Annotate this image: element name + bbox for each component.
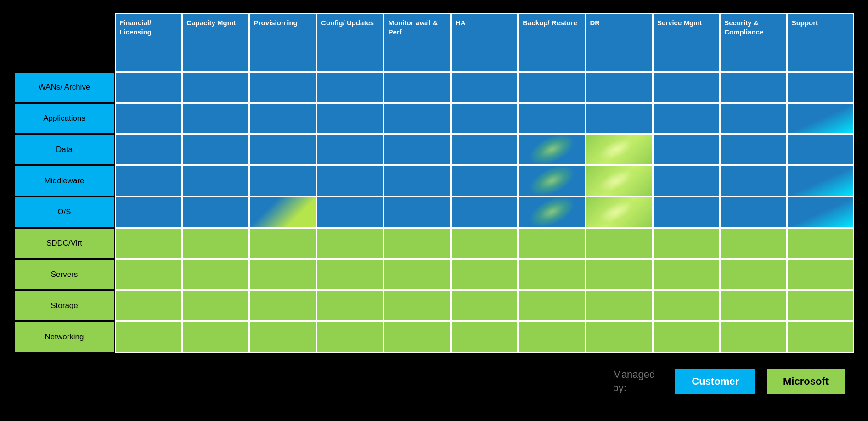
sidebar-item-storage: Storage [14, 290, 115, 321]
cell-4-8 [653, 196, 720, 228]
cell-6-1 [182, 259, 249, 290]
cell-7-7 [586, 290, 653, 321]
header-cell-4: Monitor avail & Perf [383, 13, 451, 72]
cell-2-4 [383, 134, 451, 165]
cell-0-1 [182, 72, 249, 103]
cell-5-10 [787, 228, 854, 259]
cell-8-6 [518, 321, 585, 353]
cell-5-8 [653, 228, 720, 259]
cell-4-5 [451, 196, 518, 228]
cell-3-0 [115, 165, 182, 196]
cell-7-3 [316, 290, 383, 321]
cell-8-0 [115, 321, 182, 353]
sidebar-item-networking: Networking [14, 321, 115, 353]
cell-2-2 [249, 134, 316, 165]
cell-1-7 [586, 103, 653, 134]
cell-3-5 [451, 165, 518, 196]
cell-6-8 [653, 259, 720, 290]
cell-1-0 [115, 103, 182, 134]
cell-4-4 [383, 196, 451, 228]
data-row-4 [115, 196, 854, 228]
header-row: Financial/ LicensingCapacity MgmtProvisi… [115, 13, 854, 72]
cell-3-7 [586, 165, 653, 196]
data-row-6 [115, 259, 854, 290]
cell-6-2 [249, 259, 316, 290]
cell-2-3 [316, 134, 383, 165]
cell-1-4 [383, 103, 451, 134]
cell-2-0 [115, 134, 182, 165]
data-row-3 [115, 165, 854, 196]
cell-8-2 [249, 321, 316, 353]
cell-0-4 [383, 72, 451, 103]
sidebar-item-applications: Applications [14, 103, 115, 134]
microsoft-badge: Microsoft [767, 369, 845, 394]
data-row-1 [115, 103, 854, 134]
cell-3-2 [249, 165, 316, 196]
data-row-0 [115, 72, 854, 103]
cell-2-8 [653, 134, 720, 165]
cell-3-4 [383, 165, 451, 196]
cell-1-1 [182, 103, 249, 134]
cell-1-9 [720, 103, 787, 134]
cell-5-7 [586, 228, 653, 259]
cell-6-3 [316, 259, 383, 290]
cell-1-2 [249, 103, 316, 134]
cell-7-4 [383, 290, 451, 321]
cell-8-10 [787, 321, 854, 353]
cell-4-6 [518, 196, 585, 228]
cell-7-8 [653, 290, 720, 321]
data-row-5 [115, 228, 854, 259]
cell-8-5 [451, 321, 518, 353]
cell-3-3 [316, 165, 383, 196]
sidebar-item-sddc-virt: SDDC/Virt [14, 228, 115, 259]
cell-5-0 [115, 228, 182, 259]
cell-7-0 [115, 290, 182, 321]
cell-6-10 [787, 259, 854, 290]
sidebar-item-o-s: O/S [14, 196, 115, 228]
cell-2-5 [451, 134, 518, 165]
sidebar-item-data: Data [14, 134, 115, 165]
header-cell-0: Financial/ Licensing [115, 13, 182, 72]
cell-3-8 [653, 165, 720, 196]
data-rows [115, 72, 854, 353]
cell-5-1 [182, 228, 249, 259]
cell-0-5 [451, 72, 518, 103]
cell-7-9 [720, 290, 787, 321]
cell-7-10 [787, 290, 854, 321]
cell-7-1 [182, 290, 249, 321]
cell-2-6 [518, 134, 585, 165]
cell-0-6 [518, 72, 585, 103]
cell-1-3 [316, 103, 383, 134]
cell-1-5 [451, 103, 518, 134]
header-cell-1: Capacity Mgmt [182, 13, 249, 72]
data-row-8 [115, 321, 854, 353]
page-title [0, 0, 868, 13]
cell-1-8 [653, 103, 720, 134]
cell-0-0 [115, 72, 182, 103]
cell-2-10 [787, 134, 854, 165]
cell-4-10 [787, 196, 854, 228]
cell-6-7 [586, 259, 653, 290]
cell-2-1 [182, 134, 249, 165]
cell-8-1 [182, 321, 249, 353]
sidebar-item-wans--archive: WANs/ Archive [14, 72, 115, 103]
header-cell-3: Config/ Updates [316, 13, 383, 72]
cell-2-7 [586, 134, 653, 165]
cell-2-9 [720, 134, 787, 165]
cell-7-6 [518, 290, 585, 321]
cell-0-2 [249, 72, 316, 103]
cell-7-5 [451, 290, 518, 321]
cell-3-6 [518, 165, 585, 196]
cell-0-7 [586, 72, 653, 103]
sidebar-item-middleware: Middleware [14, 165, 115, 196]
managed-by-label: Managedby: [613, 368, 655, 394]
cell-6-4 [383, 259, 451, 290]
cell-0-3 [316, 72, 383, 103]
cell-3-10 [787, 165, 854, 196]
cell-1-10 [787, 103, 854, 134]
cell-8-8 [653, 321, 720, 353]
cell-5-5 [451, 228, 518, 259]
cell-4-9 [720, 196, 787, 228]
customer-badge: Customer [675, 369, 755, 394]
cell-6-9 [720, 259, 787, 290]
